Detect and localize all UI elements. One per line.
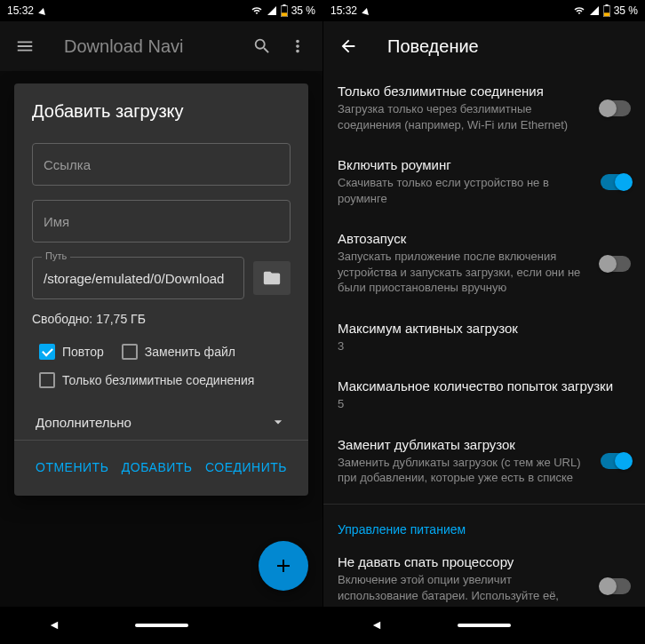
unlimited-checkbox[interactable] [39,372,55,388]
nav-home[interactable] [458,624,511,627]
replace-label: Заменить файл [145,345,235,359]
svg-rect-1 [283,4,285,6]
setting-roaming[interactable]: Включить роуминг Скачивать только если у… [338,145,631,219]
arrow-back-icon [338,36,358,56]
app-bar: Поведение [323,21,645,71]
setting-subtitle: Запускать приложение после включения уст… [338,249,586,296]
svg-rect-4 [605,4,608,6]
status-time: 15:32 [330,4,357,17]
battery-icon [281,4,288,17]
setting-wakelock[interactable]: Не давать спать процессору Включение это… [338,542,631,607]
section-divider [323,504,645,505]
dialog-actions: ОТМЕНИТЬ ДОБАВИТЬ СОЕДИНИТЬ [32,441,291,487]
setting-subtitle: Включение этой опции увеличит использова… [338,572,586,607]
menu-icon [15,36,35,56]
setting-title: Заменит дубликаты загрузок [338,437,586,452]
add-fab[interactable] [259,541,308,591]
status-time: 15:32 [7,4,34,17]
wifi-icon [573,5,585,16]
status-app-icon [38,7,47,15]
settings-title: Поведение [387,36,479,57]
path-label: Путь [42,250,70,261]
power-section-header: Управление питанием [338,510,631,542]
path-input[interactable] [44,271,233,286]
nav-back-icon [45,616,63,634]
advanced-toggle[interactable]: Дополнительно [32,401,291,440]
setting-title: Включить роуминг [338,157,586,172]
content: Добавить загрузку Путь Свободно: 17,75 Г… [0,71,322,607]
nav-home-icon [135,624,188,627]
status-bar: 15:32 35 % [0,0,322,21]
more-vert-icon [288,36,307,56]
name-input[interactable] [44,214,279,229]
cancel-button[interactable]: ОТМЕНИТЬ [32,453,112,481]
chevron-down-icon [269,413,287,431]
setting-autorun[interactable]: Автозапуск Запускать приложение после вк… [338,219,631,308]
switch-roaming[interactable] [601,174,631,190]
plus-icon [273,555,294,576]
link-field-wrapper[interactable] [32,143,291,186]
unlimited-label: Только безлимитные соединения [62,373,254,387]
setting-title: Только безлимитные соединения [338,83,586,99]
menu-button[interactable] [7,28,43,64]
setting-title: Максимальное количество попыток загрузки [338,378,617,394]
setting-subtitle: Скачивать только если устройство не в ро… [338,175,586,206]
more-button[interactable] [280,28,315,64]
connect-button[interactable]: СОЕДИНИТЬ [202,453,291,481]
switch-unlimited[interactable] [601,100,631,116]
advanced-label: Дополнительно [36,415,131,430]
signal-icon [589,5,600,16]
setting-subtitle: 3 [338,338,617,354]
battery-icon [603,4,610,17]
status-app-icon [362,7,370,15]
svg-rect-5 [604,12,609,16]
nav-bar [323,607,645,644]
setting-subtitle: Загрузка только через безлимитные соедин… [338,101,586,132]
app-title: Download Navi [64,36,244,57]
setting-title: Не давать спать процессору [338,554,586,569]
app-bar: Download Navi [0,21,322,71]
browse-folder-button[interactable] [253,261,291,295]
setting-max-retries[interactable]: Максимальное количество попыток загрузки… [338,366,631,425]
setting-title: Максимум активных загрузок [338,321,617,336]
path-field-wrapper[interactable]: Путь [32,257,244,299]
nav-back[interactable] [350,616,403,634]
signal-icon [267,5,277,16]
switch-autorun[interactable] [601,256,631,272]
nav-home-icon [458,624,511,627]
switch-replace-dup[interactable] [601,453,631,469]
name-field-wrapper[interactable] [32,200,291,242]
search-button[interactable] [244,28,280,64]
nav-back[interactable] [28,616,81,634]
wifi-icon [251,5,263,16]
setting-subtitle: Заменить дубликаты загрузок (с тем же UR… [338,455,586,486]
add-button[interactable]: ДОБАВИТЬ [118,453,196,481]
free-space-text: Свободно: 17,75 ГБ [32,312,291,326]
replace-checkbox[interactable] [122,344,138,360]
link-input[interactable] [44,157,279,172]
repeat-checkbox[interactable] [39,344,55,360]
screen-downloads: 15:32 35 % Download Navi Добавить загруз… [0,0,322,644]
svg-rect-2 [282,12,287,16]
add-download-dialog: Добавить загрузку Путь Свободно: 17,75 Г… [14,83,308,496]
folder-icon [262,268,282,288]
repeat-label: Повтор [62,345,104,359]
status-battery: 35 % [291,4,315,17]
search-icon [252,36,272,56]
nav-bar [0,607,322,644]
setting-replace-dup[interactable]: Заменит дубликаты загрузок Заменить дубл… [338,425,631,498]
dialog-title: Добавить загрузку [32,101,291,122]
nav-back-icon [368,616,386,634]
screen-settings: 15:32 35 % Поведение Только безлимитные … [322,0,645,644]
setting-max-active[interactable]: Максимум активных загрузок 3 [338,308,631,367]
back-button[interactable] [330,28,366,64]
status-battery: 35 % [614,4,638,17]
nav-home[interactable] [135,624,188,627]
status-bar: 15:32 35 % [323,0,645,21]
switch-wakelock[interactable] [601,578,631,594]
setting-unlimited[interactable]: Только безлимитные соединения Загрузка т… [338,71,631,145]
setting-title: Автозапуск [338,231,586,246]
setting-subtitle: 5 [338,396,617,412]
settings-list[interactable]: Только безлимитные соединения Загрузка т… [323,71,645,607]
